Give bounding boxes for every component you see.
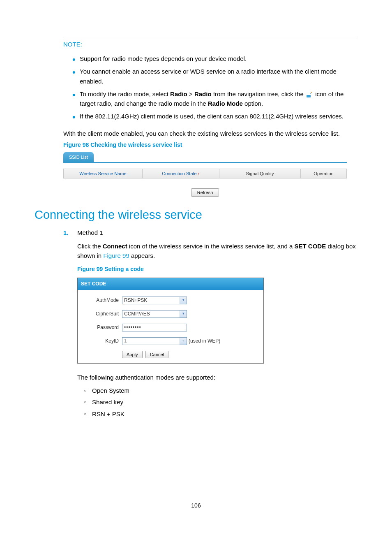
sort-arrow-icon: ↑ bbox=[198, 171, 200, 176]
step-body: Method 1 Click the Connect icon of the w… bbox=[77, 228, 357, 420]
text: from the navigation tree, click the bbox=[212, 90, 305, 97]
paragraph: The following authentication modes are s… bbox=[77, 373, 357, 382]
password-value: •••••••• bbox=[124, 324, 141, 331]
password-input[interactable]: •••••••• bbox=[122, 324, 187, 331]
password-label: Password bbox=[83, 324, 122, 331]
table-header: Wireless Service Name Connection State↑ … bbox=[63, 169, 347, 178]
refresh-button[interactable]: Refresh bbox=[191, 188, 219, 197]
edit-icon bbox=[306, 91, 313, 98]
page: NOTE: Support for radio mode types depen… bbox=[0, 0, 392, 525]
figure-ref-link[interactable]: Figure 99 bbox=[103, 252, 129, 259]
keyid-select[interactable]: 1 ▾ bbox=[122, 337, 187, 345]
note-bullet: You cannot enable an access service or W… bbox=[72, 67, 357, 86]
note-label: NOTE: bbox=[63, 41, 357, 48]
bold-text: Radio bbox=[170, 90, 187, 97]
column-header-state[interactable]: Connection State↑ bbox=[143, 169, 219, 178]
note-bullet: Support for radio mode types depends on … bbox=[72, 54, 357, 63]
text: > bbox=[187, 90, 194, 97]
bold-text: SET CODE bbox=[295, 243, 326, 250]
step-title: Method 1 bbox=[77, 228, 357, 237]
bold-text: Radio Mode bbox=[208, 100, 243, 107]
text: option. bbox=[243, 100, 263, 107]
paragraph: With the client mode enabled, you can ch… bbox=[63, 129, 357, 138]
figure-caption: Figure 98 Checking the wireless service … bbox=[63, 141, 357, 148]
dialog-body: AuthMode RSN+PSK ▾ CipherSuit CCMP/AES ▾ bbox=[78, 290, 263, 364]
step: 1. Method 1 Click the Connect icon of th… bbox=[63, 228, 357, 420]
text: To modify the radio mode, select bbox=[80, 90, 170, 97]
page-number: 106 bbox=[35, 502, 357, 509]
dialog-title: SET CODE bbox=[78, 278, 263, 290]
authmode-select[interactable]: RSN+PSK ▾ bbox=[122, 297, 187, 304]
column-header-operation[interactable]: Operation bbox=[301, 169, 346, 178]
bold-text: Connect bbox=[103, 243, 127, 250]
list-item: Shared key bbox=[84, 396, 357, 408]
keyid-value: 1 bbox=[124, 337, 127, 345]
form-row-password: Password •••••••• bbox=[83, 324, 258, 331]
divider bbox=[63, 38, 357, 38]
chevron-down-icon: ▾ bbox=[180, 311, 187, 317]
set-code-dialog: SET CODE AuthMode RSN+PSK ▾ CipherSuit bbox=[77, 278, 264, 364]
ciphersuit-select[interactable]: CCMP/AES ▾ bbox=[122, 310, 187, 318]
figure-caption: Figure 99 Setting a code bbox=[77, 265, 357, 274]
note-bullet: If the 802.11(2.4GHz) client mode is use… bbox=[72, 111, 357, 121]
apply-button[interactable]: Apply bbox=[122, 351, 143, 358]
chevron-down-icon: ▾ bbox=[180, 338, 187, 345]
form-row-keyid: KeyID 1 ▾ (used in WEP) bbox=[83, 337, 258, 345]
keyid-label: KeyID bbox=[83, 337, 122, 345]
text: Click the bbox=[77, 243, 103, 250]
authmode-label: AuthMode bbox=[83, 297, 122, 304]
tab-row: SSID List bbox=[63, 152, 347, 163]
ssid-list-figure: SSID List Wireless Service Name Connecti… bbox=[63, 152, 347, 197]
form-row-ciphersuit: CipherSuit CCMP/AES ▾ bbox=[83, 310, 258, 318]
form-row-authmode: AuthMode RSN+PSK ▾ bbox=[83, 297, 258, 304]
section-heading: Connecting the wireless service bbox=[35, 208, 357, 222]
steps-list: 1. Method 1 Click the Connect icon of th… bbox=[63, 228, 357, 420]
note-list: Support for radio mode types depends on … bbox=[63, 54, 357, 121]
text: icon of the wireless service in the wire… bbox=[127, 243, 295, 250]
list-item: RSN + PSK bbox=[84, 408, 357, 420]
ciphersuit-label: CipherSuit bbox=[83, 310, 122, 318]
refresh-row: Refresh bbox=[63, 188, 347, 197]
column-header-name[interactable]: Wireless Service Name bbox=[64, 169, 143, 178]
chevron-down-icon: ▾ bbox=[180, 297, 187, 304]
text: appears. bbox=[129, 252, 155, 259]
step-paragraph: Click the Connect icon of the wireless s… bbox=[77, 241, 357, 261]
column-header-state-label: Connection State bbox=[162, 171, 196, 176]
authmode-value: RSN+PSK bbox=[124, 297, 147, 304]
column-header-signal[interactable]: Signal Quality bbox=[219, 169, 301, 178]
auth-modes-list: Open System Shared key RSN + PSK bbox=[77, 385, 357, 420]
ciphersuit-value: CCMP/AES bbox=[124, 310, 150, 318]
step-number: 1. bbox=[63, 228, 77, 420]
svg-rect-1 bbox=[307, 96, 310, 96]
cancel-button[interactable]: Cancel bbox=[145, 351, 168, 358]
keyid-note: (used in WEP) bbox=[189, 337, 220, 345]
tab-ssid-list[interactable]: SSID List bbox=[63, 152, 94, 162]
note-bullet: To modify the radio mode, select Radio >… bbox=[72, 89, 357, 109]
list-item: Open System bbox=[84, 385, 357, 397]
bold-text: Radio bbox=[194, 90, 212, 97]
dialog-buttons: Apply Cancel bbox=[83, 351, 258, 359]
